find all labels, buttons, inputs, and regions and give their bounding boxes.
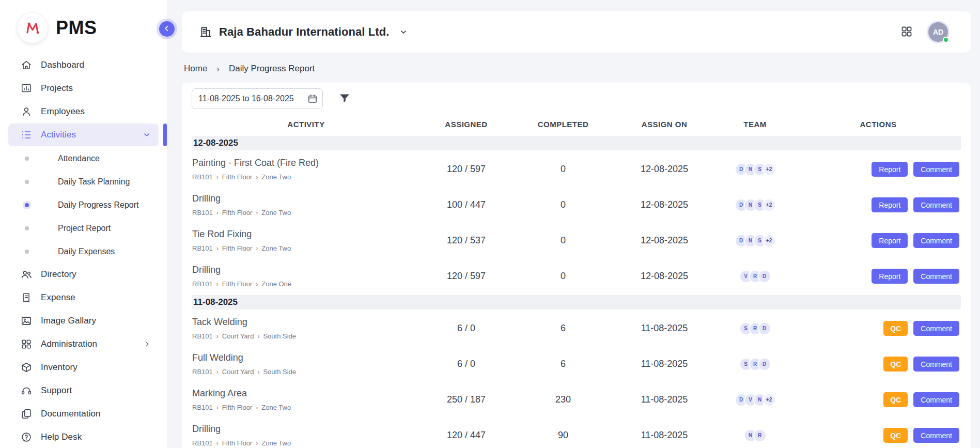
- sidebar-item-employees[interactable]: Employees: [8, 100, 159, 123]
- sidebar-subitem-label: Attendance: [58, 154, 100, 163]
- bullet-icon: [25, 226, 29, 230]
- sidebar-item-label: Expense: [41, 292, 75, 303]
- sidebar-item-documentation[interactable]: Documentation: [8, 403, 159, 425]
- comment-button[interactable]: Comment: [913, 392, 959, 407]
- qc-button[interactable]: QC: [883, 357, 908, 372]
- assigned-value: 6 / 0: [421, 323, 512, 334]
- table-row: Drilling RB101›Fifth Floor›Zone One 120 …: [192, 258, 961, 294]
- gallery-icon: [21, 315, 32, 327]
- chevron-right-icon: ›: [216, 65, 220, 73]
- qc-button[interactable]: QC: [883, 428, 908, 443]
- filter-button[interactable]: [338, 92, 351, 106]
- activity-title: Painting - First Coat (Fire Red): [192, 158, 417, 168]
- sidebar-nav: DashboardProjectsEmployeesActivitiesAtte…: [0, 54, 167, 448]
- sidebar-item-administration[interactable]: Administration: [8, 333, 159, 356]
- sidebar-item-help-desk[interactable]: Help Desk: [8, 426, 159, 448]
- team-avatar[interactable]: R: [753, 429, 767, 442]
- comment-button[interactable]: Comment: [913, 357, 959, 372]
- sidebar-subitem-daily-task-planning[interactable]: Daily Task Planning: [8, 170, 159, 193]
- activity-path: RB101›Fifth Floor›Zone One: [192, 280, 417, 288]
- sidebar-subitem-project-report[interactable]: Project Report: [8, 217, 159, 240]
- breadcrumb-home[interactable]: Home: [184, 64, 207, 74]
- apps-grid-button[interactable]: [900, 25, 913, 39]
- sidebar-item-label: Help Desk: [41, 432, 82, 442]
- projects-icon: [21, 83, 32, 94]
- qc-button[interactable]: QC: [883, 392, 908, 407]
- company-selector[interactable]: Raja Bahadur International Ltd.: [199, 25, 408, 39]
- comment-button[interactable]: Comment: [913, 321, 959, 336]
- team-avatar[interactable]: D: [758, 322, 771, 335]
- chevron-right-icon: ›: [216, 281, 219, 288]
- sidebar-item-directory[interactable]: Directory: [8, 263, 159, 286]
- team-more-badge[interactable]: +2: [763, 198, 776, 212]
- team-avatar[interactable]: D: [758, 270, 771, 283]
- brand[interactable]: PMS: [0, 0, 167, 43]
- table-row: Full Welding RB101›Court Yard›South Side…: [192, 346, 961, 382]
- report-button[interactable]: Report: [872, 197, 908, 212]
- actions-cell: ReportComment: [796, 269, 961, 284]
- apps-grid-icon: [900, 25, 913, 39]
- team-cell: NR: [714, 429, 796, 442]
- report-button[interactable]: Report: [872, 233, 908, 248]
- team-more-badge[interactable]: +2: [763, 234, 776, 248]
- comment-button[interactable]: Comment: [913, 162, 959, 177]
- breadcrumb: Home › Daily Progress Report: [184, 64, 971, 74]
- home-icon: [21, 59, 32, 71]
- path-segment: South Side: [263, 368, 296, 376]
- report-button[interactable]: Report: [872, 269, 908, 284]
- date-group-header: 12-08-2025: [192, 136, 961, 150]
- assign-on-value: 11-08-2025: [614, 323, 714, 334]
- breadcrumb-current: Daily Progress Report: [229, 64, 315, 74]
- comment-button[interactable]: Comment: [913, 428, 959, 443]
- team-cell: SRD: [714, 358, 796, 371]
- date-range-input[interactable]: [192, 88, 323, 109]
- path-segment: Fifth Floor: [222, 404, 253, 411]
- column-header-actions: ACTIONS: [796, 120, 961, 129]
- chevron-right-icon: ›: [256, 440, 258, 447]
- sidebar-item-dashboard[interactable]: Dashboard: [8, 54, 159, 76]
- path-segment: RB101: [192, 332, 213, 340]
- activity-title: Full Welding: [192, 352, 417, 363]
- completed-value: 6: [512, 359, 614, 369]
- assigned-value: 120 / 447: [421, 430, 512, 441]
- actions-cell: QCComment: [796, 428, 961, 443]
- comment-button[interactable]: Comment: [913, 197, 959, 212]
- chevron-right-icon: ›: [216, 368, 219, 376]
- sidebar-subitem-daily-expenses[interactable]: Daily Expenses: [8, 240, 159, 263]
- sidebar-subitem-label: Daily Expenses: [58, 247, 115, 256]
- sidebar-subitem-daily-progress-report[interactable]: Daily Progress Report: [8, 193, 159, 217]
- chevron-right-icon: [143, 340, 151, 348]
- user-avatar[interactable]: AD: [928, 22, 948, 42]
- team-cell: DVN+2: [714, 393, 796, 407]
- date-group-header: 11-08-2025: [192, 295, 961, 310]
- team-more-badge[interactable]: +2: [763, 163, 776, 176]
- report-button[interactable]: Report: [872, 162, 908, 177]
- qc-button[interactable]: QC: [883, 321, 908, 336]
- sidebar-item-activities[interactable]: Activities: [8, 123, 159, 146]
- completed-value: 0: [512, 235, 614, 246]
- team-cell: DNS+2: [714, 198, 796, 212]
- chevron-left-icon: [162, 24, 172, 35]
- chevron-right-icon: ›: [216, 174, 219, 181]
- sidebar-item-image-gallary[interactable]: Image Gallary: [8, 310, 159, 332]
- administration-icon: [21, 338, 32, 350]
- chevron-down-icon: [142, 130, 151, 140]
- comment-button[interactable]: Comment: [913, 269, 959, 284]
- team-more-badge[interactable]: +2: [763, 393, 776, 407]
- team-avatar[interactable]: D: [758, 358, 771, 371]
- comment-button[interactable]: Comment: [913, 233, 959, 248]
- sidebar-item-inventory[interactable]: Inventory: [8, 356, 159, 379]
- chevron-down-icon: [399, 27, 408, 37]
- path-segment: Zone Two: [261, 244, 291, 252]
- sidebar-item-support[interactable]: Support: [8, 379, 159, 402]
- activity-title: Drilling: [192, 265, 417, 275]
- table-header-row: ACTIVITY ASSIGNED COMPLETED ASSIGN ON TE…: [192, 113, 961, 135]
- inventory-icon: [21, 362, 32, 373]
- sidebar-item-expense[interactable]: Expense: [8, 286, 159, 309]
- date-range-field[interactable]: [192, 88, 323, 109]
- documentation-icon: [21, 408, 32, 420]
- sidebar-item-projects[interactable]: Projects: [8, 77, 159, 100]
- sidebar-collapse-button[interactable]: [159, 21, 175, 37]
- sidebar-subitem-attendance[interactable]: Attendance: [8, 147, 159, 170]
- activity-path: RB101›Fifth Floor›Zone Two: [192, 404, 417, 411]
